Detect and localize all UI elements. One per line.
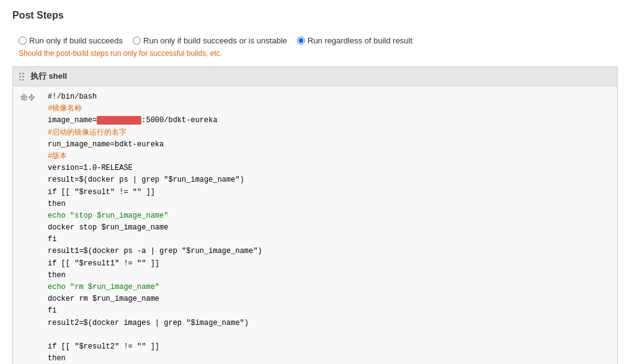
code-line: run_image_name=bdkt-eureka bbox=[48, 139, 610, 151]
code-line: if [[ "$result1" != "" ]] bbox=[48, 258, 610, 270]
shell-header-title: 执行 shell bbox=[30, 71, 67, 82]
code-line: #版本 bbox=[48, 151, 610, 162]
code-line: #镜像名称 bbox=[48, 103, 610, 115]
code-line: result=$(docker ps | grep "$run_image_na… bbox=[48, 174, 610, 186]
radio-always[interactable] bbox=[297, 37, 305, 45]
radio-unstable-label: Run only if build succeeds or is unstabl… bbox=[143, 36, 287, 45]
radio-unstable[interactable] bbox=[133, 37, 141, 45]
code-line: fi bbox=[48, 305, 610, 317]
page-title: Post Steps bbox=[12, 10, 618, 26]
hint-text: Should the post-build steps run only for… bbox=[12, 49, 618, 58]
radio-success[interactable] bbox=[19, 37, 27, 45]
radio-option-always[interactable]: Run regardless of build result bbox=[297, 36, 412, 45]
code-line: version=1.0-RELEASE bbox=[48, 162, 610, 174]
code-line: then bbox=[48, 198, 610, 210]
code-line: echo "rm $run_image_name" bbox=[48, 282, 610, 293]
shell-body: 命令 #!/bin/bash #镜像名称 image_name=XXXXXXXX… bbox=[13, 86, 617, 364]
code-line: docker rm $run_image_name bbox=[48, 293, 610, 305]
redacted-value: XXXXXXXXXX bbox=[97, 116, 141, 125]
code-area[interactable]: #!/bin/bash #镜像名称 image_name=XXXXXXXXXX:… bbox=[48, 91, 610, 364]
code-line: then bbox=[48, 353, 610, 364]
code-line: #启动的镜像运行的名字 bbox=[48, 127, 610, 139]
run-condition-group: Run only if build succeeds Run only if b… bbox=[12, 36, 618, 45]
radio-success-label: Run only if build succeeds bbox=[29, 36, 123, 45]
code-line: image_name=XXXXXXXXXX:5000/bdkt-eureka bbox=[48, 115, 610, 127]
radio-option-unstable[interactable]: Run only if build succeeds or is unstabl… bbox=[133, 36, 287, 45]
code-line: result1=$(docker ps -a | grep "$run_imag… bbox=[48, 246, 610, 257]
page-container: Post Steps Run only if build succeeds Ru… bbox=[0, 0, 630, 364]
code-line: fi bbox=[48, 234, 610, 246]
radio-option-success[interactable]: Run only if build succeeds bbox=[19, 36, 123, 45]
code-line: if [[ "$result2" != "" ]] bbox=[48, 341, 610, 353]
cmd-label: 命令 bbox=[20, 91, 38, 364]
code-line: echo "stop $run_image_name" bbox=[48, 210, 610, 222]
code-line: if [[ "$result" != "" ]] bbox=[48, 187, 610, 198]
code-line: result2=$(docker images | grep "$image_n… bbox=[48, 317, 610, 329]
radio-always-label: Run regardless of build result bbox=[308, 36, 412, 45]
drag-handle[interactable] bbox=[19, 73, 24, 81]
code-line: then bbox=[48, 270, 610, 282]
shell-header: 执行 shell bbox=[13, 67, 617, 86]
code-line: docker stop $run_image_name bbox=[48, 222, 610, 234]
code-line: #!/bin/bash bbox=[48, 91, 610, 103]
shell-block: 执行 shell 命令 #!/bin/bash #镜像名称 image_name… bbox=[12, 66, 618, 364]
code-line bbox=[48, 329, 610, 341]
